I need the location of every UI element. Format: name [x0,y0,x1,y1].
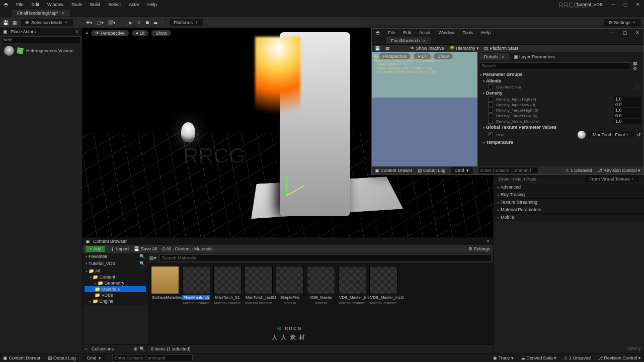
section-advanced4[interactable]: ▸Advanced [494,184,644,191]
val[interactable]: 0.0 [614,102,641,107]
menu-help[interactable]: Help [146,2,158,7]
asset-item[interactable]: SimpleFireMaterial [276,266,304,305]
cb-collections[interactable]: ▸Collections⊕ 🔍 [83,344,148,353]
settings-button[interactable]: ⚙ Settings ▼ [604,19,641,26]
tree-content[interactable]: ▾📁 Content [85,274,146,280]
cb-tab[interactable]: ▣ Content Browser ✕ [83,238,493,245]
close-icon[interactable]: ✕ [486,239,490,244]
window-max-icon[interactable]: ▢ [622,30,628,35]
window-min-icon[interactable]: — [609,30,616,35]
me-cmd[interactable]: Cmd ▾ [451,167,473,174]
val[interactable]: 1.0 [614,108,641,113]
cb-import-button[interactable]: ⭳ Import [110,246,129,251]
place-actors-search[interactable] [1,36,81,43]
tree-vdbs[interactable]: 📁 VDBs [85,292,146,298]
sb-cmd[interactable]: Cmd ▾ [83,354,105,361]
sb-revision[interactable]: ⎇ Revision Control ▾ [598,355,641,360]
me-lit[interactable]: ● Lit [414,53,430,59]
me-search[interactable] [479,62,631,69]
menu-actor[interactable]: Actor [128,2,140,7]
me-preview-viewport[interactable]: ≡ Perspective ● Lit Show Base pass shade… [372,52,477,166]
asset-item[interactable]: ManTorch_test01Material Instance [245,266,273,305]
color-swatch[interactable] [634,84,641,89]
browse-icon[interactable]: ▦ [13,20,17,25]
group-temperature[interactable]: ▾Temperature [479,139,642,145]
show-inactive-button[interactable]: 👁 Show Inactive [410,46,444,51]
window-max-icon[interactable]: ▢ [622,2,629,7]
cb-favorites[interactable]: ▸Favorites🔍 [83,253,148,260]
play-icon[interactable]: ▶ [129,20,132,25]
section-texstream[interactable]: ▸Texture Streaming [494,199,644,206]
menu-build[interactable]: Build [89,2,101,7]
stop-icon[interactable]: ⏹ [145,20,149,25]
val[interactable]: 1.0 [614,97,641,102]
me-menu-edit[interactable]: Edit [403,30,413,35]
override-check[interactable] [488,84,493,89]
group-density[interactable]: ▾Density [479,90,642,96]
add-content-icon[interactable]: ✚▾ [86,20,93,25]
level-tab[interactable]: FinalRenderingMap* ✕ [12,10,70,17]
me-persp[interactable]: Perspective [379,53,411,59]
vdb-check[interactable] [488,132,493,137]
group-param[interactable]: ▾Parameter Groups [479,71,642,77]
cb-breadcrumb[interactable]: ⊙All›Content›Materials› [162,246,216,251]
val[interactable]: 0.0 [614,113,641,118]
asset-item[interactable]: SurfaceMaterials [151,266,179,301]
vdb-dropdown[interactable]: ManTorch_Final ▾ [589,131,634,138]
material-ball-icon[interactable] [578,131,586,139]
project-tab[interactable]: Tutorial_VDB [575,2,604,7]
me-menu-window[interactable]: Window [438,30,456,35]
group-global[interactable]: ▾Global Texture Parameter Values [479,124,642,130]
sb-unsaved[interactable]: ⚠ 1 Unsaved [564,355,591,360]
sb-trace[interactable]: ◉ Trace ▾ [493,355,514,360]
menu-tools[interactable]: Tools [70,2,83,7]
me-menu-icon[interactable]: ≡ [373,53,376,59]
me-menu-tools[interactable]: Tools [462,30,474,35]
me-menu-help[interactable]: Help [480,30,492,35]
section-matparam[interactable]: ▸Material Parameters [494,206,644,214]
menu-window[interactable]: Window [46,2,64,7]
viewport-show[interactable]: Show [151,30,171,36]
me-log[interactable]: ▤ Output Log [418,168,446,173]
asset-search[interactable] [159,254,492,261]
platform-stats-button[interactable]: ▤ Platform Stats [484,46,518,51]
tree-geometry[interactable]: ▸📁 Geometry [85,280,146,286]
actor-item[interactable]: Heterogeneous Volume [0,44,82,57]
filter-icon[interactable]: ▤▾ [149,255,156,260]
me-layer-tab[interactable]: ▣ Layer Parameters [514,54,555,59]
drawmain-dropdown[interactable]: From Virtual Texture ▾ [585,175,639,183]
hierarchy-button[interactable]: 🌳 Hierarchy ▾ [449,46,479,51]
tree-all[interactable]: ▾📁 All [85,268,146,274]
asset-item[interactable]: VDB_Master_InstMaterial Instance [338,266,366,305]
group-albedo[interactable]: ▾Albedo [479,78,642,84]
asset-item[interactable]: VDB_MasterMaterial [307,266,335,305]
asset-item[interactable]: VDB_Master_Inst1Material Instance [369,266,397,305]
section-raytracing[interactable]: ▸Ray Tracing [494,191,644,199]
close-icon[interactable]: ✕ [61,11,65,16]
val[interactable]: 1.0 [614,119,641,124]
pause-icon[interactable]: ⏸ [136,20,141,25]
section-mobile[interactable]: ▸Mobile [494,214,644,221]
reset-icon[interactable]: ↺ [637,132,641,137]
cb-settings-button[interactable]: ⚙ Settings [468,246,490,251]
viewport-perspective[interactable]: 👁 Perspective [91,30,129,36]
settings-icon[interactable]: ▦ ⚙ [633,61,642,71]
close-icon[interactable]: ✕ [75,29,79,34]
window-close-icon[interactable]: ✕ [635,2,641,7]
me-unsaved[interactable]: ⚠ 1 Unsaved [565,168,592,173]
cb-add-button[interactable]: + Add [86,246,105,252]
me-cmd-input[interactable] [478,167,538,174]
menu-edit[interactable]: Edit [31,2,41,7]
viewport-lit[interactable]: ● Lit [132,30,148,36]
save-icon[interactable]: 💾 [3,20,9,25]
window-min-icon[interactable]: — [610,2,616,7]
window-close-icon[interactable]: ✕ [634,30,640,35]
asset-item[interactable]: ManTorch_01Material Instance [213,266,242,305]
cb-saveall-button[interactable]: 💾 Save All [134,246,157,251]
tree-materials[interactable]: 📁 Materials [85,286,146,292]
sb-cmd-input[interactable] [112,354,193,361]
eject-icon[interactable]: ⏏ [153,20,158,25]
sequencer-icon[interactable]: 🎬▾ [108,20,116,25]
me-details-tab[interactable]: Details✕ [479,53,510,60]
place-actors-header[interactable]: ▣ Place Actors ✕ [0,28,82,35]
